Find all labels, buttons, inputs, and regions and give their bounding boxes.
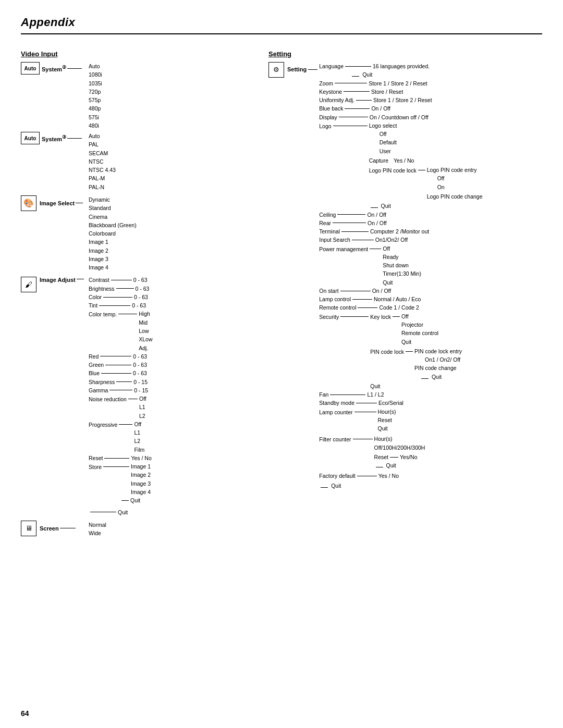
adj-brightness: Brightness [89, 285, 115, 293]
screen-label: Screen [40, 525, 59, 532]
pin-entry: PIN code lock entry [414, 348, 462, 354]
adj-ct-mid: Mid [139, 318, 152, 327]
adj-prog-l2: L2 [134, 437, 144, 445]
set-final-quit: Quit [331, 483, 341, 489]
power-quit: Quit [383, 278, 421, 287]
adj-progressive: Progressive [89, 420, 117, 429]
set-terminal-val: Computer 2 /Monitor out [370, 227, 429, 236]
capture-val: Yes / No [394, 156, 414, 165]
adj-reset: Reset [89, 454, 103, 462]
filter-quit: Quit [386, 462, 396, 468]
filter-hours: Hour(s) [374, 435, 425, 443]
power-ready: Ready [383, 253, 421, 261]
sys2-575p: 575p [89, 96, 102, 104]
logo-off: Off [380, 130, 483, 138]
set-language-quit: Quit [362, 71, 372, 78]
set-remote-val: Code 1 / Code 2 [379, 303, 419, 312]
adj-brightness-val: 0 - 63 [136, 285, 150, 293]
adj-quit-inner: Quit [130, 496, 140, 504]
adj-store-img2: Image 2 [131, 471, 151, 479]
set-filter: Filter counter [319, 435, 351, 443]
keylock-off: Off [401, 312, 438, 320]
img-dynamic: Dynamic [89, 195, 137, 204]
sys3-ntsc: NTSC [89, 157, 116, 166]
set-standby-val: Eco/Serial [378, 399, 403, 407]
adj-store: Store [89, 462, 102, 471]
adj-noise-off: Off [139, 394, 146, 403]
set-language-val: 16 languages provided. [373, 62, 430, 70]
set-logo-val: Logo select [369, 122, 397, 129]
img-image4: Image 4 [89, 263, 137, 272]
power-off: Off [383, 244, 421, 253]
set-key-lock: Key lock [370, 312, 391, 321]
set-logo-pin: Logo PIN code lock [369, 166, 417, 175]
keylock-remote: Remote control [401, 329, 438, 337]
img-image1: Image 1 [89, 238, 137, 246]
adj-sharpness: Sharpness [89, 378, 115, 386]
adj-reset-val: Yes / No [131, 454, 151, 462]
image-adjust-quit: Quit [118, 509, 128, 515]
adj-blue: Blue [89, 369, 100, 377]
set-blue-back: Blue back [319, 104, 343, 113]
lamp-hours: Hour(s) [378, 408, 396, 416]
img-blackboard: Blackboard (Green) [89, 221, 137, 229]
set-zoom: Zoom [319, 79, 333, 88]
set-language: Language [319, 62, 344, 70]
setting-label: Setting [287, 62, 307, 74]
set-blue-back-val: On / Off [371, 104, 390, 113]
sys3-ntsc443: NTSC 4.43 [89, 166, 116, 174]
filter-intervals: Off/100H/200H/300H [374, 443, 425, 452]
power-shutdown: Shut down [383, 261, 421, 269]
image-adjust-icon: 🖌 [21, 277, 36, 292]
pin-on-off: On1 / On2/ Off [425, 356, 460, 363]
lamp-reset: Reset [378, 416, 396, 424]
img-image3: Image 3 [89, 255, 137, 263]
set-lamp-control-val: Normal / Auto / Eco [374, 295, 421, 303]
set-display-val: On / Countdown off / Off [370, 113, 429, 121]
set-keystone-val: Store / Reset [371, 88, 403, 96]
logo-quit: Quit [381, 203, 391, 209]
set-security: Security [319, 312, 339, 321]
auto-button-2[interactable]: Auto [21, 62, 40, 75]
adj-prog-l1: L1 [134, 428, 144, 437]
adj-sharpness-val: 0 - 15 [133, 378, 148, 386]
sys2-1035i: 1035i [89, 79, 102, 88]
adj-green: Green [89, 361, 104, 369]
set-capture: Capture [369, 156, 388, 165]
set-ceiling-val: On / Off [367, 211, 386, 219]
adj-red: Red [89, 352, 99, 361]
img-cinema: Cinema [89, 213, 137, 221]
filter-reset-val: Yes/No [400, 453, 417, 461]
adj-noise: Noise reduction [89, 394, 127, 403]
image-select-icon: 🎨 [21, 195, 36, 211]
system2-label: System② [42, 65, 66, 72]
setting-title: Setting [268, 50, 542, 58]
adj-tint: Tint [89, 301, 97, 310]
sys3-palm: PAL-M [89, 174, 116, 182]
set-ceiling: Ceiling [319, 211, 336, 219]
setting-icon: ⚙ [268, 62, 284, 78]
sys2-480p: 480p [89, 104, 102, 113]
adj-store-img3: Image 3 [131, 479, 151, 488]
set-rear-val: On / Off [368, 219, 387, 227]
adj-tint-val: 0 - 63 [132, 301, 146, 310]
sys2-1080i: 1080i [89, 70, 102, 79]
auto-button-3[interactable]: Auto [21, 132, 40, 144]
sys2-auto: Auto [89, 62, 102, 70]
img-image2: Image 2 [89, 246, 137, 255]
adj-contrast: Contrast [89, 276, 109, 284]
adj-ct-high: High [139, 310, 152, 318]
adj-blue-val: 0 - 63 [133, 369, 147, 377]
set-on-start: On start [319, 287, 338, 295]
set-logo: Logo [319, 121, 331, 130]
image-select-label: Image Select [40, 200, 75, 206]
adj-ct-xlow: XLow [139, 335, 152, 343]
set-terminal: Terminal [319, 227, 340, 236]
set-input-search: Input Search [319, 236, 350, 244]
set-on-start-val: On / Off [372, 287, 391, 295]
logo-pin-change: Logo PIN code change [427, 193, 483, 200]
sys3-secam: SECAM [89, 149, 116, 157]
keylock-projector: Projector [401, 320, 438, 329]
sys2-720p: 720p [89, 88, 102, 96]
set-keystone: Keystone [319, 88, 342, 96]
